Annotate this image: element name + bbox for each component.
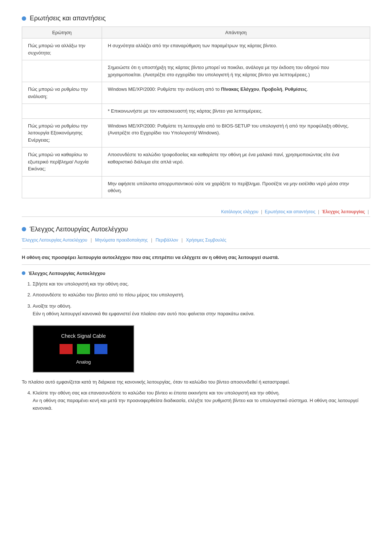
- table-row: Σημειώστε ότι η υποστήριξη της κάρτας βί…: [22, 60, 370, 82]
- sub-section-header: Έλεγχος Λειτουργίας Αυτοελέγχου: [22, 271, 370, 276]
- breadcrumb-link-2[interactable]: Ερωτήσεις και απαντήσεις: [265, 209, 315, 214]
- selfcheck-section: Έλεγχος Λειτουργίας Αυτοελέγχου Έλεγχος …: [22, 226, 370, 412]
- breadcrumb-trailing-separator: |: [368, 209, 369, 214]
- subnav-sep-2: |: [151, 238, 153, 243]
- step1-text: Σβήστε και τον υπολογιστή και την οθόνη …: [33, 281, 129, 287]
- subnav-link-2[interactable]: Μηνύματα προειδοποίησης: [95, 238, 148, 243]
- step3-text: Ανοίξτε την οθόνη.Εάν η οθόνη λειτουργεί…: [33, 303, 255, 316]
- step4-list: Κλείστε την οθόνη σας και επανασυνδέστε …: [22, 389, 370, 412]
- step4-text: Κλείστε την οθόνη σας και επανασυνδέστε …: [33, 390, 358, 411]
- table-row: Πώς μπορώ να ρυθμίσω την λειτουργία Εξοι…: [22, 118, 370, 147]
- list-item: Σβήστε και τον υπολογιστή και την οθόνη …: [33, 280, 370, 288]
- sub-section-dot-icon: [22, 271, 25, 275]
- signal-box-wrapper: Check Signal Cable Analog: [33, 325, 370, 373]
- subnav-link-4[interactable]: Χρήσιμες Συμβουλές: [186, 238, 226, 243]
- list-item: Ανοίξτε την οθόνη.Εάν η οθόνη λειτουργεί…: [33, 303, 370, 318]
- step2-text: Αποσυνδέστε το καλώδιο του βίντεο από το…: [33, 292, 184, 297]
- signal-box-title: Check Signal Cable: [44, 333, 123, 339]
- color-block-blue: [94, 344, 107, 354]
- qa-col1-header: Ερώτηση: [22, 27, 102, 39]
- subnav-sep-3: |: [181, 238, 184, 243]
- answer-cell: * Επικοινωνήστε με τον κατασκευαστή της …: [102, 104, 370, 119]
- question-cell: Πώς μπορώ να καθαρίσω το εξωτερικό περίβ…: [22, 147, 102, 177]
- breadcrumb-link-3[interactable]: Έλεγχος λειτουργίας: [322, 209, 365, 214]
- table-row: * Επικοινωνήστε με τον κατασκευαστή της …: [22, 104, 370, 119]
- qa-col2-header: Απάντηση: [102, 27, 370, 39]
- question-cell: [22, 60, 102, 82]
- question-cell: Πώς μπορώ να αλλάξω την συχνότητα;: [22, 39, 102, 60]
- question-cell: Πώς μπορώ να ρυθμίσω την ανάλυση;: [22, 82, 102, 104]
- qa-section: Ερωτήσεις και απαντήσεις Ερώτηση Απάντησ…: [22, 15, 370, 198]
- signal-box-caption: Το πλαίσιο αυτό εμφανίζεται κατά τη διάρ…: [22, 378, 370, 386]
- color-blocks: [44, 344, 123, 354]
- table-row: Μην αφήσετε υπόλοιπα απορρυπαντικού ούτε…: [22, 176, 370, 198]
- table-row: Πώς μπορώ να αλλάξω την συχνότητα; Η συχ…: [22, 39, 370, 60]
- answer-cell: Μην αφήσετε υπόλοιπα απορρυπαντικού ούτε…: [102, 176, 370, 198]
- question-cell: [22, 176, 102, 198]
- color-block-red: [60, 344, 73, 354]
- signal-box: Check Signal Cable Analog: [33, 325, 134, 373]
- section2-dot-icon: [22, 227, 26, 231]
- table-row: Πώς μπορώ να ρυθμίσω την ανάλυση; Window…: [22, 82, 370, 104]
- color-block-green: [77, 344, 90, 354]
- answer-cell: Η συχνότητα αλλάζει από την επαναρύθμιση…: [102, 39, 370, 60]
- list-item: Κλείστε την οθόνη σας και επανασυνδέστε …: [33, 389, 370, 412]
- answer-cell: Σημειώστε ότι η υποστήριξη της κάρτας βί…: [102, 60, 370, 82]
- section-dot-icon: [22, 16, 26, 21]
- breadcrumb: Κατάλογος ελέγχου | Ερωτήσεις και απαντή…: [22, 209, 370, 217]
- subnav-sep-1: |: [91, 238, 93, 243]
- answer-cell: Windows ME/XP/2000: Ρυθμίστε την ανάλυση…: [102, 82, 370, 104]
- answer-cell: Windows ME/XP/2000: Ρυθμίστε τη λειτουργ…: [102, 118, 370, 147]
- subnav-link-1[interactable]: Έλεγχος Λειτουργίας Αυτοελέγχου: [22, 238, 87, 243]
- question-cell: Πώς μπορώ να ρυθμίσω την λειτουργία Εξοι…: [22, 118, 102, 147]
- qa-section-title: Ερωτήσεις και απαντήσεις: [30, 15, 106, 22]
- qa-section-header: Ερωτήσεις και απαντήσεις: [22, 15, 370, 22]
- selfcheck-section-title: Έλεγχος Λειτουργίας Αυτοελέγχου: [30, 226, 128, 233]
- question-cell: [22, 104, 102, 119]
- selfcheck-section-header: Έλεγχος Λειτουργίας Αυτοελέγχου: [22, 226, 370, 233]
- selfcheck-description: Η οθόνη σας προσφέρει λειτουργία αυτοελέ…: [22, 255, 370, 265]
- subnav-link-3[interactable]: Περιβάλλον: [156, 238, 178, 243]
- breadcrumb-separator-2: |: [318, 209, 320, 214]
- list-item: Αποσυνδέστε το καλώδιο του βίντεο από το…: [33, 291, 370, 299]
- table-row: Πώς μπορώ να καθαρίσω το εξωτερικό περίβ…: [22, 147, 370, 177]
- qa-table: Ερώτηση Απάντηση Πώς μπορώ να αλλάξω την…: [22, 27, 370, 198]
- breadcrumb-link-1[interactable]: Κατάλογος ελέγχου: [221, 209, 258, 214]
- answer-cell: Αποσυνδέστε το καλώδιο τροφοδοσίας και κ…: [102, 147, 370, 177]
- sub-nav: Έλεγχος Λειτουργίας Αυτοελέγχου | Μηνύμα…: [22, 238, 370, 243]
- steps-list: Σβήστε και τον υπολογιστή και την οθόνη …: [22, 280, 370, 318]
- signal-box-subtitle: Analog: [44, 359, 123, 365]
- sub-section-title: Έλεγχος Λειτουργίας Αυτοελέγχου: [28, 271, 105, 276]
- breadcrumb-separator-1: |: [261, 209, 263, 214]
